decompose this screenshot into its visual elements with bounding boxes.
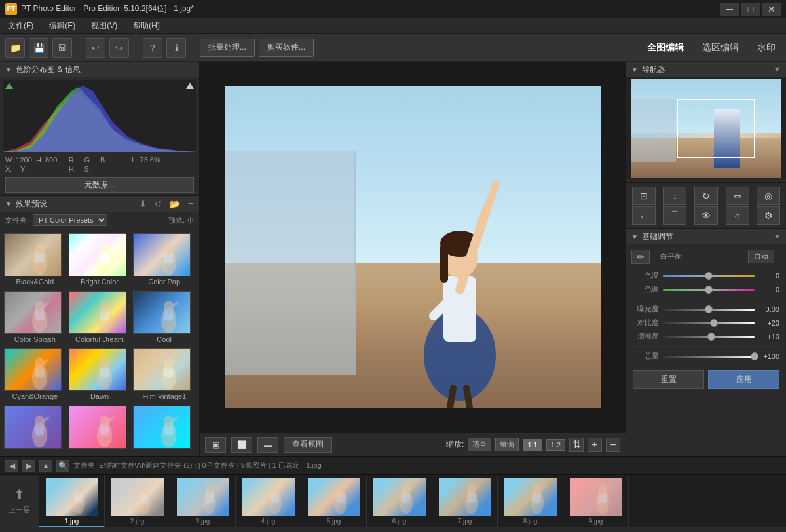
zoom-out-button[interactable]: − bbox=[606, 438, 620, 452]
circle-tool[interactable]: ○ bbox=[726, 206, 749, 225]
eye-tool[interactable]: 👁 bbox=[694, 206, 718, 225]
zoom-1to1-button[interactable]: 1:1 bbox=[523, 439, 542, 451]
color-tint-thumb[interactable] bbox=[705, 286, 713, 294]
adjustments-header[interactable]: ▼ 基础调节 ▼ bbox=[626, 229, 786, 244]
preset-item-cool[interactable]: Cool bbox=[133, 291, 195, 346]
preset-item-color-splash[interactable]: Color Splash bbox=[4, 291, 66, 346]
presets-refresh-icon[interactable]: ↺ bbox=[155, 199, 162, 209]
preset-item-more1[interactable] bbox=[4, 406, 66, 453]
menu-view[interactable]: 视图(V) bbox=[88, 19, 120, 33]
batch-process-button[interactable]: 批量处理... bbox=[200, 39, 255, 57]
film-item-9.jpg[interactable]: 9.jpg bbox=[563, 475, 629, 527]
settings-tool[interactable]: ⚙ bbox=[757, 206, 780, 225]
full-edit-mode-button[interactable]: 全图编辑 bbox=[642, 39, 689, 56]
white-point-indicator[interactable] bbox=[186, 83, 194, 89]
preset-item-bright-color[interactable]: Bright Color bbox=[69, 233, 131, 288]
navigator-preview[interactable] bbox=[626, 77, 786, 179]
menu-edit[interactable]: 编辑(E) bbox=[47, 19, 78, 33]
black-point-indicator[interactable] bbox=[5, 83, 13, 89]
view-mode-single[interactable]: ▣ bbox=[205, 437, 226, 453]
contrast-slider[interactable] bbox=[663, 319, 755, 327]
exposure-thumb[interactable] bbox=[705, 305, 713, 313]
color-temp-slider[interactable] bbox=[663, 272, 755, 280]
film-item-3.jpg[interactable]: 3.jpg bbox=[170, 475, 236, 527]
info-button[interactable]: ℹ bbox=[166, 38, 186, 58]
preset-item-cyan-orange[interactable]: Cyan&Orange bbox=[4, 348, 66, 403]
preset-item-dawn[interactable]: Dawn bbox=[69, 348, 131, 403]
film-item-4.jpg[interactable]: 4.jpg bbox=[236, 475, 301, 527]
help-button[interactable]: ? bbox=[143, 38, 162, 58]
preset-item-film-vintage1[interactable]: Film Vintage1 bbox=[133, 348, 195, 403]
eyedropper-tool[interactable]: ✏ bbox=[631, 250, 650, 264]
navigator-menu-icon[interactable]: ▼ bbox=[774, 66, 781, 73]
navigator-header[interactable]: ▼ 导航器 ▼ bbox=[626, 62, 786, 77]
zoom-fit-button[interactable]: 适合 bbox=[468, 438, 491, 451]
buy-software-button[interactable]: 购买软件... bbox=[259, 39, 314, 57]
zoom-in-button[interactable]: + bbox=[588, 438, 602, 452]
view-mode-compare[interactable]: ▬ bbox=[257, 437, 278, 453]
selection-tool[interactable]: ⌐ bbox=[632, 206, 656, 225]
undo-button[interactable]: ↩ bbox=[86, 38, 105, 58]
film-item-5.jpg[interactable]: 5.jpg bbox=[301, 475, 367, 527]
presets-download-icon[interactable]: ⬇ bbox=[140, 199, 147, 209]
preset-label-colorful-dream: Colorful Dream bbox=[69, 335, 131, 343]
redo-button[interactable]: ↪ bbox=[109, 38, 129, 58]
preset-item-bw-gold[interactable]: Black&Gold bbox=[4, 233, 66, 288]
zoom-stepper-input[interactable]: ⇅ bbox=[569, 438, 584, 452]
upload-button-area[interactable]: ⬆ 上一层 bbox=[0, 475, 39, 527]
apply-button[interactable]: 应用 bbox=[708, 370, 779, 389]
menu-file[interactable]: 文件(F) bbox=[5, 19, 36, 33]
flip-h-tool[interactable]: ⇔ bbox=[726, 187, 749, 205]
nav-back-button[interactable]: ◀ bbox=[5, 460, 18, 472]
nav-forward-button[interactable]: ▶ bbox=[22, 460, 35, 472]
zoom-1to2-button[interactable]: 1:2 bbox=[546, 439, 565, 451]
close-button[interactable]: ✕ bbox=[762, 3, 781, 16]
straighten-tool[interactable]: ↕ bbox=[663, 187, 686, 205]
target-tool[interactable]: ◎ bbox=[757, 187, 780, 205]
color-tint-slider[interactable] bbox=[663, 286, 755, 294]
rotate-right-tool[interactable]: ↻ bbox=[694, 187, 718, 205]
crop-tool[interactable]: ⊡ bbox=[632, 187, 656, 205]
metadata-button[interactable]: 元数据... bbox=[5, 177, 194, 193]
navigator-selection-box[interactable] bbox=[677, 99, 755, 158]
film-item-6.jpg[interactable]: 6.jpg bbox=[367, 475, 432, 527]
reset-button[interactable]: 重置 bbox=[633, 370, 704, 389]
search-button[interactable]: 🔍 bbox=[56, 460, 69, 472]
view-mode-split[interactable]: ⬜ bbox=[231, 437, 252, 453]
wb-auto-button[interactable]: 自动 bbox=[748, 250, 774, 263]
watermark-mode-button[interactable]: 水印 bbox=[752, 39, 781, 56]
histogram-header[interactable]: ▼ 色阶分布图 & 信息 bbox=[0, 62, 199, 77]
preset-item-color-pop[interactable]: Color Pop bbox=[133, 233, 195, 288]
maximize-button[interactable]: □ bbox=[741, 3, 760, 16]
adj-menu-icon[interactable]: ▼ bbox=[774, 233, 781, 240]
presets-folder-icon[interactable]: 📂 bbox=[170, 199, 180, 209]
zoom-fill-button[interactable]: 填满 bbox=[495, 438, 519, 451]
clarity-slider[interactable] bbox=[663, 333, 755, 341]
film-item-1.jpg[interactable]: 1.jpg bbox=[39, 475, 105, 527]
preset-item-more3[interactable] bbox=[133, 406, 195, 453]
exposure-slider[interactable] bbox=[663, 305, 755, 313]
minimize-button[interactable]: ─ bbox=[720, 3, 739, 16]
selection-edit-mode-button[interactable]: 选区编辑 bbox=[697, 39, 744, 56]
healing-tool[interactable]: ⌒ bbox=[663, 206, 686, 225]
total-thumb[interactable] bbox=[751, 352, 758, 360]
preset-folder-select[interactable]: PT Color Presets bbox=[33, 214, 107, 226]
image-container[interactable] bbox=[200, 62, 626, 432]
nav-up-button[interactable]: ▲ bbox=[39, 460, 52, 472]
open-folder-button[interactable]: 📁 bbox=[5, 38, 25, 58]
clarity-thumb[interactable] bbox=[707, 333, 715, 341]
total-slider[interactable] bbox=[663, 352, 755, 360]
preset-item-colorful-dream[interactable]: Colorful Dream bbox=[69, 291, 131, 346]
preset-item-more2[interactable] bbox=[69, 406, 131, 453]
view-original-button[interactable]: 查看原图 bbox=[284, 437, 332, 453]
film-item-8.jpg[interactable]: 8.jpg bbox=[498, 475, 563, 527]
presets-add-icon[interactable]: + bbox=[188, 198, 194, 210]
save-as-button[interactable]: 🖫 bbox=[52, 38, 72, 58]
presets-header[interactable]: ▼ 效果预设 ⬇ ↺ 📂 + bbox=[0, 196, 199, 212]
color-temp-thumb[interactable] bbox=[705, 272, 713, 280]
contrast-thumb[interactable] bbox=[710, 319, 718, 327]
film-item-7.jpg[interactable]: 7.jpg bbox=[432, 475, 498, 527]
film-item-2.jpg[interactable]: 2.jpg bbox=[105, 475, 170, 527]
save-button[interactable]: 💾 bbox=[29, 38, 48, 58]
menu-help[interactable]: 帮助(H) bbox=[130, 19, 162, 33]
